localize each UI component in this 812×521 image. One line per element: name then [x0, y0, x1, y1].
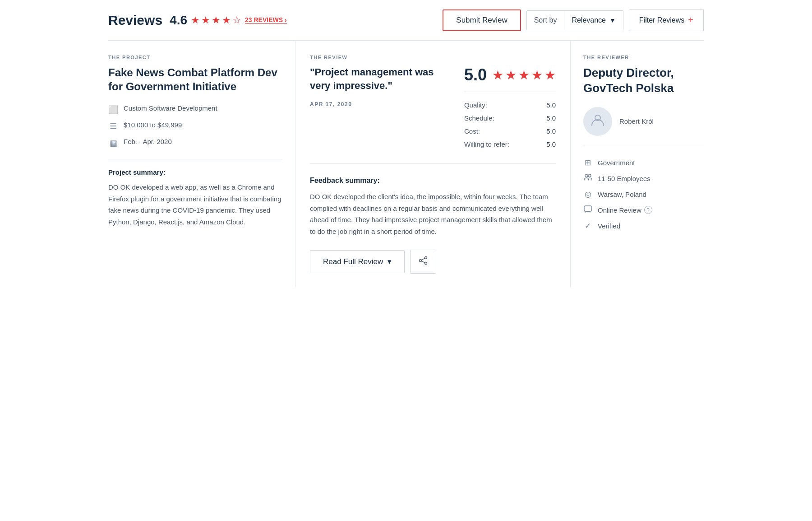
read-full-chevron-icon: ▾ — [388, 257, 392, 266]
verified-item: ✓ Verified — [583, 221, 704, 231]
online-review-row: Online Review ? — [598, 206, 652, 214]
project-summary-label: Project summary: — [108, 168, 282, 176]
feedback-label: Feedback summary: — [310, 177, 556, 185]
location-value: Warsaw, Poland — [598, 191, 646, 198]
rating-stars: ★ ★ ★ ★ ☆ — [191, 14, 241, 26]
filter-plus-icon: + — [688, 15, 693, 25]
rating-number: 4.6 — [170, 13, 187, 28]
reviews-title: Reviews — [108, 13, 162, 28]
review-quote: "Project management was very impressive.… — [310, 65, 451, 92]
sort-value: Relevance — [572, 16, 606, 24]
project-divider — [108, 159, 282, 159]
filter-label: Filter Reviews — [639, 16, 684, 24]
schedule-score: 5.0 — [546, 114, 556, 122]
sort-container: Sort by Relevance ▼ — [526, 10, 623, 30]
score-star-4: ★ — [531, 68, 543, 83]
svg-line-4 — [422, 261, 425, 263]
location-item: ◎ Warsaw, Poland — [583, 190, 704, 199]
monitor-icon: ⬜ — [108, 105, 118, 115]
avatar — [583, 107, 612, 136]
sort-select[interactable]: Relevance ▼ — [564, 11, 623, 30]
government-icon: ⊞ — [583, 158, 592, 167]
star-half: ☆ — [232, 14, 241, 26]
budget-icon: ☰ — [108, 121, 118, 131]
review-actions: Read Full Review ▾ — [310, 250, 556, 274]
avatar-icon — [590, 112, 605, 130]
meta-dates-value: Feb. - Apr. 2020 — [124, 138, 172, 145]
overall-stars: ★ ★ ★ ★ ★ — [492, 68, 556, 83]
filter-reviews-button[interactable]: Filter Reviews + — [629, 9, 704, 31]
cost-row: Cost: 5.0 — [464, 125, 556, 138]
score-star-1: ★ — [492, 68, 503, 83]
quality-score: 5.0 — [546, 101, 556, 109]
score-block: 5.0 ★ ★ ★ ★ ★ Quality: 5.0 — [464, 65, 556, 151]
size-value: 11-50 Employees — [598, 175, 651, 182]
meta-budget: ☰ $10,000 to $49,999 — [108, 121, 282, 131]
review-date: APR 17, 2020 — [310, 101, 451, 107]
review-source-icon — [583, 205, 592, 215]
quality-label: Quality: — [464, 101, 487, 109]
schedule-row: Schedule: 5.0 — [464, 112, 556, 125]
review-column: THE REVIEW "Project management was very … — [295, 41, 571, 287]
verified-value: Verified — [598, 222, 620, 230]
review-text-block: "Project management was very impressive.… — [310, 65, 451, 151]
review-col-label: THE REVIEW — [310, 55, 556, 60]
reviewer-column: THE REVIEWER Deputy Director, GovTech Po… — [571, 41, 704, 287]
feedback-text: DO OK developed the client's idea, the i… — [310, 191, 556, 237]
svg-point-1 — [425, 262, 427, 265]
review-card: THE PROJECT Fake News Combat Platform De… — [108, 41, 704, 287]
question-mark-icon[interactable]: ? — [644, 206, 652, 214]
svg-point-7 — [588, 174, 591, 177]
refer-label: Willing to refer: — [464, 140, 509, 148]
quality-row: Quality: 5.0 — [464, 98, 556, 112]
project-column: THE PROJECT Fake News Combat Platform De… — [108, 41, 295, 287]
overall-score: 5.0 ★ ★ ★ ★ ★ — [464, 65, 556, 84]
share-icon — [419, 256, 428, 267]
svg-rect-8 — [584, 206, 591, 211]
score-divider — [464, 92, 556, 92]
schedule-label: Schedule: — [464, 114, 494, 122]
reviewer-name: Robert Król — [619, 117, 654, 125]
score-star-3: ★ — [518, 68, 530, 83]
reviewer-details: ⊞ Government 11-50 Employees — [583, 158, 704, 231]
review-top: "Project management was very impressive.… — [310, 65, 556, 164]
svg-point-6 — [585, 174, 588, 177]
industry-value: Government — [598, 159, 635, 167]
star-1: ★ — [191, 14, 200, 26]
reviewer-title: Deputy Director, GovTech Polska — [583, 65, 704, 96]
sort-label: Sort by — [527, 11, 565, 30]
project-summary-text: DO OK developed a web app, as well as a … — [108, 181, 282, 228]
svg-point-2 — [420, 260, 422, 262]
chevron-down-icon: ▼ — [609, 17, 616, 24]
employees-icon — [583, 174, 592, 183]
project-title: Fake News Combat Platform Dev for Govern… — [108, 65, 282, 93]
industry-item: ⊞ Government — [583, 158, 704, 167]
cost-label: Cost: — [464, 127, 480, 135]
submit-review-button[interactable]: Submit Review — [443, 9, 521, 31]
project-meta: ⬜ Custom Software Development ☰ $10,000 … — [108, 104, 282, 148]
overall-score-number: 5.0 — [464, 65, 487, 84]
share-button[interactable] — [410, 250, 436, 274]
size-item: 11-50 Employees — [583, 174, 704, 183]
svg-point-0 — [425, 257, 427, 259]
svg-line-3 — [422, 258, 425, 260]
meta-dates: ▦ Feb. - Apr. 2020 — [108, 138, 282, 148]
source-value: Online Review — [598, 206, 641, 214]
star-3: ★ — [212, 14, 221, 26]
meta-budget-value: $10,000 to $49,999 — [124, 121, 182, 129]
star-4: ★ — [222, 14, 231, 26]
read-full-label: Read Full Review — [323, 257, 383, 266]
read-full-review-button[interactable]: Read Full Review ▾ — [310, 250, 405, 273]
reviewer-col-label: THE REVIEWER — [583, 55, 704, 60]
calendar-icon: ▦ — [108, 138, 118, 148]
verified-icon: ✓ — [583, 221, 592, 231]
source-item: Online Review ? — [583, 205, 704, 215]
reviews-count-link[interactable]: 23 REVIEWS › — [245, 16, 287, 24]
refer-score: 5.0 — [546, 140, 556, 148]
meta-service: ⬜ Custom Software Development — [108, 104, 282, 115]
project-col-label: THE PROJECT — [108, 55, 282, 60]
cost-score: 5.0 — [546, 127, 556, 135]
star-2: ★ — [201, 14, 210, 26]
meta-service-value: Custom Software Development — [124, 104, 217, 112]
reviewer-profile: Robert Król — [583, 107, 704, 147]
